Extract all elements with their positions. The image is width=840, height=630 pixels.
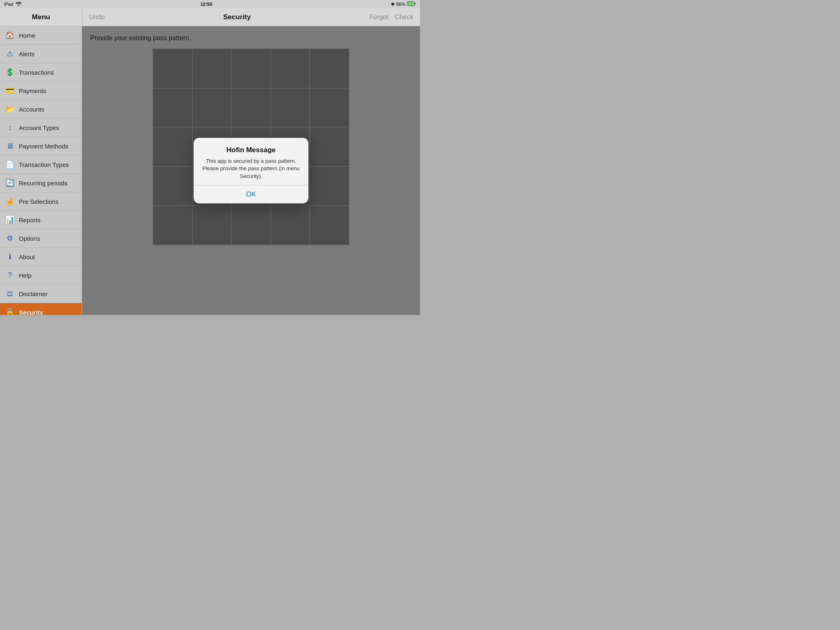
check-button[interactable]: Check — [395, 14, 413, 21]
nav-main: Undo Security Forgot Check — [82, 13, 420, 21]
battery-percent: 86% — [396, 2, 405, 7]
sidebar-item-accounts[interactable]: 📂Accounts — [0, 100, 82, 119]
payments-icon: 💳 — [5, 86, 15, 96]
options-icon: ⚙ — [5, 233, 15, 243]
status-time: 12:50 — [201, 2, 212, 7]
sidebar-title: Menu — [0, 13, 82, 21]
sidebar-label-options: Options — [19, 235, 40, 242]
alerts-icon: ⚠ — [5, 49, 15, 59]
security-icon: 🔒 — [5, 307, 15, 315]
accounts-icon: 📂 — [5, 104, 15, 114]
bluetooth-icon: ✱ — [391, 2, 395, 7]
modal-ok-button[interactable]: OK — [194, 185, 308, 203]
sidebar-item-alerts[interactable]: ⚠Alerts — [0, 45, 82, 63]
nav-page-title: Security — [223, 13, 251, 21]
wifi-icon — [16, 2, 22, 7]
sidebar-label-help: Help — [19, 272, 32, 279]
reports-icon: 📊 — [5, 215, 15, 225]
nav-actions: Forgot Check — [369, 14, 413, 21]
transaction-types-icon: 📄 — [5, 160, 15, 169]
sidebar-label-transactions: Transactions — [19, 69, 54, 76]
sidebar-item-pre-selections[interactable]: ☝Pre Selections — [0, 192, 82, 211]
about-icon: ℹ — [5, 252, 15, 262]
sidebar-label-payments: Payments — [19, 87, 46, 94]
sidebar-label-reports: Reports — [19, 217, 41, 224]
pre-selections-icon: ☝ — [5, 196, 15, 206]
modal-title: Hofin Message — [200, 146, 302, 154]
sidebar-item-home[interactable]: 🏠Home — [0, 26, 82, 45]
sidebar-label-pre-selections: Pre Selections — [19, 198, 59, 205]
sidebar-item-recurring-periods[interactable]: 🔄Recurring periods — [0, 174, 82, 192]
transactions-icon: 💲 — [5, 67, 15, 77]
modal-box: Hofin Message This app is secured by a p… — [194, 138, 308, 203]
sidebar-item-security[interactable]: 🔒Security — [0, 303, 82, 315]
sidebar-item-transaction-types[interactable]: 📄Transaction Types — [0, 155, 82, 174]
undo-button[interactable]: Undo — [89, 14, 105, 21]
payment-methods-icon: 🖥 — [5, 141, 15, 151]
svg-rect-2 — [415, 3, 415, 5]
help-icon: ? — [5, 270, 15, 280]
sidebar-item-about[interactable]: ℹAbout — [0, 248, 82, 266]
modal-overlay: Hofin Message This app is secured by a p… — [82, 26, 420, 315]
sidebar-label-disclaimer: Disclaimer — [19, 290, 48, 297]
sidebar-item-account-types[interactable]: ↕Account Types — [0, 119, 82, 137]
sidebar-item-options[interactable]: ⚙Options — [0, 229, 82, 248]
main-layout: 🏠Home⚠Alerts💲Transactions💳Payments📂Accou… — [0, 26, 420, 315]
sidebar-label-payment-methods: Payment Methods — [19, 143, 68, 150]
sidebar-label-transaction-types: Transaction Types — [19, 161, 69, 168]
home-icon: 🏠 — [5, 30, 15, 40]
forgot-button[interactable]: Forgot — [369, 14, 388, 21]
sidebar-label-about: About — [19, 253, 35, 260]
nav-bar: Menu Undo Security Forgot Check — [0, 8, 420, 26]
sidebar-label-account-types: Account Types — [19, 124, 59, 131]
sidebar-item-help[interactable]: ?Help — [0, 266, 82, 285]
modal-message: This app is secured by a pass pattern. P… — [200, 158, 302, 180]
sidebar-label-recurring-periods: Recurring periods — [19, 180, 67, 187]
sidebar-label-home: Home — [19, 32, 35, 39]
sidebar-item-transactions[interactable]: 💲Transactions — [0, 63, 82, 82]
svg-point-0 — [18, 5, 19, 6]
ipad-label: iPad — [4, 2, 13, 7]
status-right: ✱ 86% ⚡ — [391, 1, 416, 7]
sidebar-item-disclaimer[interactable]: ⚖Disclaimer — [0, 285, 82, 303]
account-types-icon: ↕ — [5, 123, 15, 132]
status-left: iPad — [4, 2, 22, 7]
sidebar-item-payments[interactable]: 💳Payments — [0, 82, 82, 100]
disclaimer-icon: ⚖ — [5, 289, 15, 299]
svg-text:⚡: ⚡ — [408, 2, 412, 6]
modal-content: Hofin Message This app is secured by a p… — [194, 138, 308, 185]
sidebar-label-security: Security — [19, 309, 43, 315]
recurring-periods-icon: 🔄 — [5, 178, 15, 188]
sidebar-label-accounts: Accounts — [19, 106, 44, 113]
sidebar-item-payment-methods[interactable]: 🖥Payment Methods — [0, 137, 82, 155]
sidebar-label-alerts: Alerts — [19, 50, 34, 57]
sidebar: 🏠Home⚠Alerts💲Transactions💳Payments📂Accou… — [0, 26, 82, 315]
battery-icon: ⚡ — [407, 1, 416, 7]
status-bar: iPad 12:50 ✱ 86% ⚡ — [0, 0, 420, 8]
sidebar-item-reports[interactable]: 📊Reports — [0, 211, 82, 229]
content-area: Provide your existing pass pattern. Hofi… — [82, 26, 420, 315]
